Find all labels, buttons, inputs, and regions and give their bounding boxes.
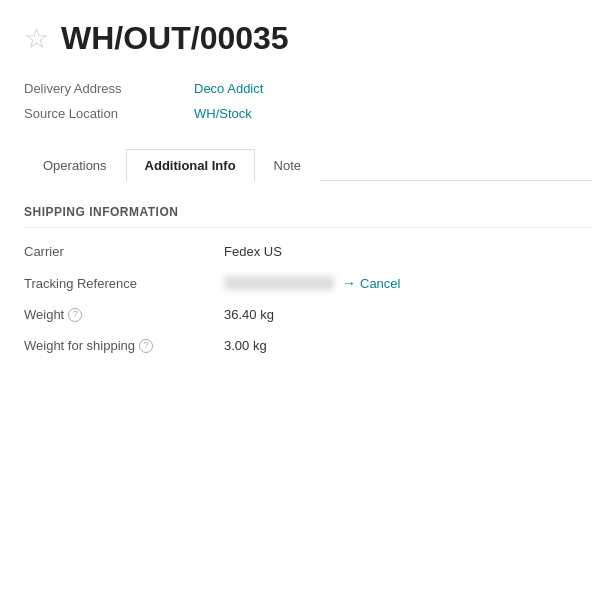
cancel-label[interactable]: Cancel <box>360 276 400 291</box>
cancel-link[interactable]: → Cancel <box>342 275 400 291</box>
info-row: Weight for shipping? 3.00 kg <box>24 338 592 353</box>
info-row: Weight? 36.40 kg <box>24 307 592 322</box>
section-title: SHIPPING INFORMATION <box>24 205 592 228</box>
help-icon[interactable]: ? <box>68 308 82 322</box>
tracking-wrapper: → Cancel <box>224 275 400 291</box>
field-rows: Delivery Address Deco Addict Source Loca… <box>24 81 592 121</box>
page-title: WH/OUT/00035 <box>61 20 289 57</box>
tabs: OperationsAdditional InfoNote <box>24 149 592 181</box>
arrow-right-icon: → <box>342 275 356 291</box>
field-row: Delivery Address Deco Addict <box>24 81 592 96</box>
field-label: Source Location <box>24 106 194 121</box>
field-label: Delivery Address <box>24 81 194 96</box>
header: ☆ WH/OUT/00035 <box>24 20 592 57</box>
tab-note[interactable]: Note <box>255 149 320 181</box>
info-label: Weight? <box>24 307 224 322</box>
help-icon[interactable]: ? <box>139 339 153 353</box>
tab-additional-info[interactable]: Additional Info <box>126 149 255 181</box>
shipping-section: SHIPPING INFORMATION Carrier Fedex US Tr… <box>24 205 592 353</box>
field-row: Source Location WH/Stock <box>24 106 592 121</box>
star-icon[interactable]: ☆ <box>24 25 49 53</box>
info-value: Fedex US <box>224 244 282 259</box>
info-row: Carrier Fedex US <box>24 244 592 259</box>
info-label: Carrier <box>24 244 224 259</box>
info-label: Weight for shipping? <box>24 338 224 353</box>
field-value[interactable]: Deco Addict <box>194 81 263 96</box>
info-row: Tracking Reference → Cancel <box>24 275 592 291</box>
field-value[interactable]: WH/Stock <box>194 106 252 121</box>
info-value: 3.00 kg <box>224 338 267 353</box>
tracking-blurred <box>224 276 334 290</box>
info-label: Tracking Reference <box>24 276 224 291</box>
shipping-rows: Carrier Fedex US Tracking Reference → Ca… <box>24 244 592 353</box>
tab-operations[interactable]: Operations <box>24 149 126 181</box>
info-value: 36.40 kg <box>224 307 274 322</box>
